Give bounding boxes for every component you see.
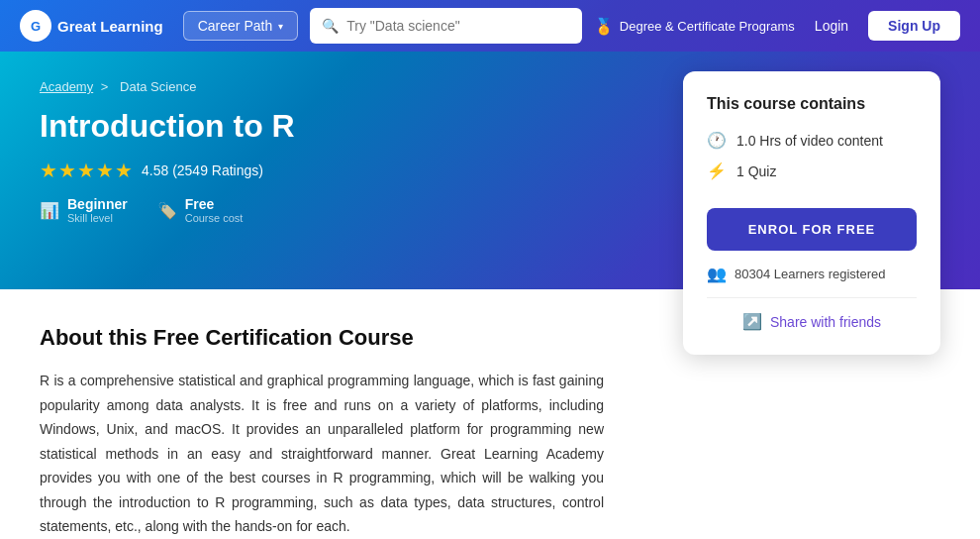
breadcrumb-academy[interactable]: Academy: [40, 79, 93, 94]
skill-level-label: Skill level: [67, 212, 128, 224]
course-card: This course contains 🕐 1.0 Hrs of video …: [683, 71, 940, 355]
logo-icon: G: [20, 10, 51, 42]
clock-icon: 🕐: [707, 131, 727, 150]
breadcrumb-separator: >: [101, 79, 109, 94]
main-content: About this Free Certification Course R i…: [0, 289, 643, 539]
bar-chart-icon: 📊: [40, 201, 59, 220]
cost-item: 🏷️ Free Course cost: [157, 196, 244, 224]
nav-right: 🏅 Degree & Certificate Programs Login Si…: [594, 11, 960, 41]
users-icon: 👥: [707, 265, 727, 283]
about-description: R is a comprehensive statistical and gra…: [40, 369, 604, 539]
login-button[interactable]: Login: [815, 18, 848, 34]
star-rating: ★★★★★: [40, 159, 134, 182]
about-section-title: About this Free Certification Course: [40, 325, 604, 351]
lightning-icon: ⚡: [707, 162, 727, 180]
search-icon: 🔍: [322, 18, 339, 34]
share-row[interactable]: ↗️ Share with friends: [707, 312, 917, 331]
search-bar: 🔍: [310, 8, 582, 44]
skill-level-value: Beginner: [67, 196, 128, 212]
skill-level-item: 📊 Beginner Skill level: [40, 196, 128, 224]
tag-icon: 🏷️: [157, 201, 177, 220]
video-content-text: 1.0 Hrs of video content: [736, 133, 883, 149]
breadcrumb-current: Data Science: [120, 79, 196, 94]
learners-text: 80304 Learners registered: [735, 267, 886, 281]
logo: G Great Learning: [20, 10, 163, 42]
learners-row: 👥 80304 Learners registered: [707, 265, 917, 283]
card-title: This course contains: [707, 95, 917, 113]
hero-section: Academy > Data Science Introduction to R…: [0, 52, 980, 289]
skill-level-stack: Beginner Skill level: [67, 196, 128, 224]
quiz-text: 1 Quiz: [736, 163, 776, 179]
degree-link[interactable]: 🏅 Degree & Certificate Programs: [594, 17, 795, 36]
share-label: Share with friends: [770, 314, 881, 330]
cost-value: Free: [185, 196, 244, 212]
card-divider: [707, 297, 917, 298]
signup-button[interactable]: Sign Up: [868, 11, 960, 41]
video-content-item: 🕐 1.0 Hrs of video content: [707, 131, 917, 150]
search-input[interactable]: [346, 18, 570, 34]
quiz-item: ⚡ 1 Quiz: [707, 162, 917, 180]
career-path-label: Career Path: [198, 18, 272, 34]
degree-label: Degree & Certificate Programs: [620, 19, 795, 34]
navbar: G Great Learning Career Path ▾ 🔍 🏅 Degre…: [0, 0, 980, 52]
share-icon: ↗️: [742, 312, 762, 331]
cost-label: Course cost: [185, 212, 244, 224]
career-path-button[interactable]: Career Path ▾: [183, 11, 298, 41]
cost-stack: Free Course cost: [185, 196, 244, 224]
logo-abbr: G: [31, 19, 41, 34]
degree-icon: 🏅: [594, 17, 614, 36]
enrol-button[interactable]: ENROL FOR FREE: [707, 208, 917, 251]
rating-text: 4.58 (2549 Ratings): [142, 162, 263, 178]
logo-text: Great Learning: [57, 18, 163, 35]
chevron-down-icon: ▾: [278, 21, 283, 32]
